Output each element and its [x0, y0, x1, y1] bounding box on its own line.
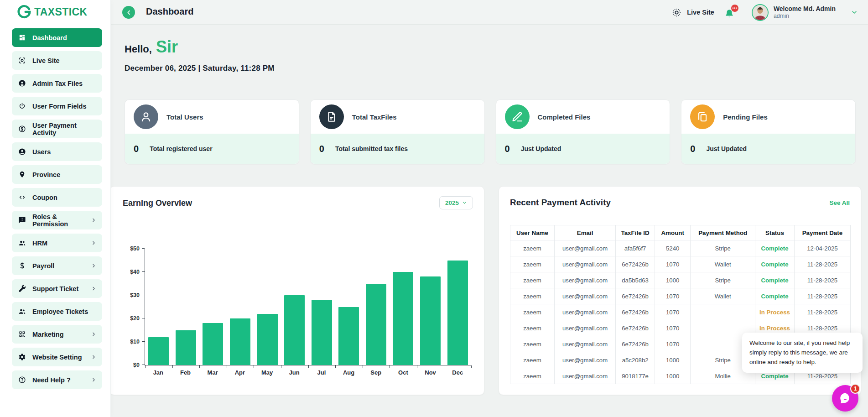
sidebar-item-payroll[interactable]: Payroll [12, 256, 102, 275]
sidebar-item-roles-permission[interactable]: Roles & Permission [12, 211, 102, 229]
table-cell-taxfile: 9018177e [616, 368, 655, 384]
datetime-text: December 06, 2025 | Saturday, 11:28 PM [125, 64, 275, 73]
sidebar-item-label: Dashboard [32, 34, 67, 42]
files-icon [690, 104, 715, 129]
sidebar-item-label: User Form Fields [32, 103, 86, 110]
chat-alert-icon [18, 216, 26, 224]
profile-menu[interactable]: Welcome Md. Admin admin [752, 4, 858, 21]
avatar [752, 4, 769, 21]
sidebar-item-label: Employee Tickets [32, 308, 88, 315]
chat-tooltip: Welcome to our site, if you need help si… [742, 333, 863, 373]
chevron-down-icon [462, 200, 467, 205]
chart-y-tick: $20 [130, 315, 140, 322]
chart-bar-jun [284, 295, 305, 365]
table-cell-user: zaeem [510, 368, 555, 384]
earning-overview-panel: Earning Overview 2025 $0$10$20$30$40$50 … [109, 186, 484, 395]
sidebar-item-support-ticket[interactable]: Support Ticket [12, 279, 102, 298]
live-site-link[interactable]: Live Site [671, 7, 714, 18]
profile-role: admin [774, 13, 836, 20]
table-cell-taxfile: 6e72426b [616, 256, 655, 272]
table-cell-method: Stripe [691, 272, 755, 288]
chat-launcher-button[interactable]: 1 [832, 385, 858, 412]
table-header-status: Status [755, 225, 795, 240]
table-row: zaeemuser@gmail.comafa5f6f75240StripeCom… [510, 240, 851, 256]
dollar-icon [18, 262, 26, 270]
table-cell-method: Wallet [691, 288, 755, 304]
see-all-link[interactable]: See All [829, 199, 850, 206]
gear-icon [18, 353, 26, 361]
sidebar-item-label: Marketing [32, 331, 64, 338]
table-cell-email: user@gmail.com [554, 336, 615, 352]
table-cell-user: zaeem [510, 288, 555, 304]
payments-title: Recent Payment Activity [510, 198, 611, 208]
top-header: Dashboard Live Site ••• Welcome Md. Admi… [111, 0, 868, 25]
table-cell-email: user@gmail.com [554, 320, 615, 336]
users-icon [18, 308, 26, 315]
notifications-button[interactable]: ••• [724, 6, 735, 18]
sidebar-item-label: HRM [32, 240, 47, 247]
table-cell-user: zaeem [510, 272, 555, 288]
notification-badge: ••• [731, 5, 738, 12]
sidebar-item-hrm[interactable]: HRM [12, 234, 102, 252]
chevron-down-icon [851, 9, 858, 16]
stat-card-total-taxfiles: Total TaxFiles 0 Total submitted tax fil… [310, 99, 485, 164]
table-row: zaeemuser@gmail.com6e72426b1070WalletCom… [510, 256, 851, 272]
sidebar-item-need-help[interactable]: Need Help ? [12, 370, 102, 389]
brand-logo[interactable]: TAXSTICK [17, 5, 88, 19]
chart-x-tick: Nov [417, 369, 444, 376]
chart-x-tick: Aug [335, 369, 363, 376]
sidebar-item-user-payment-activity[interactable]: User Payment Activity [12, 120, 102, 138]
sidebar-item-label: Website Setting [32, 354, 82, 361]
greeting: Hello,Sir [125, 37, 178, 57]
table-cell-method: Stripe [691, 240, 755, 256]
sidebar-item-employee-tickets[interactable]: Employee Tickets [12, 302, 102, 321]
chevron-left-icon [126, 10, 132, 16]
brand-name: TAXSTICK [34, 6, 88, 18]
sidebar-item-province[interactable]: Province [12, 165, 102, 184]
sidebar-item-live-site[interactable]: Live Site [12, 51, 102, 70]
chart-y-tick: $10 [130, 339, 140, 345]
table-cell-amount: 1070 [655, 320, 691, 336]
table-cell-date: 11-28-2025 [794, 288, 850, 304]
sidebar-item-user-form-fields[interactable]: User Form Fields [12, 97, 102, 115]
sidebar-item-marketing[interactable]: Marketing [12, 325, 102, 344]
sidebar-collapse-button[interactable] [122, 6, 135, 19]
table-cell-email: user@gmail.com [554, 368, 615, 384]
chart-y-tick: $30 [130, 292, 140, 298]
stat-card-total-users: Total Users 0 Total registered user [125, 99, 299, 164]
chart-y-tick: $50 [130, 245, 140, 252]
sidebar-item-coupon[interactable]: Coupon [12, 188, 102, 207]
year-select[interactable]: 2025 [439, 196, 473, 209]
table-cell-method [691, 304, 755, 320]
sidebar-item-label: Users [32, 148, 51, 156]
stat-card-subtitle: Just Updated [706, 145, 747, 152]
chart-x-tick: Feb [172, 369, 199, 376]
chart-x-tick: Sep [362, 369, 390, 376]
table-cell-status: Complete [755, 288, 795, 304]
file-icon [319, 104, 344, 129]
table-cell-email: user@gmail.com [554, 256, 615, 272]
chart-x-tick: Apr [226, 369, 254, 376]
chart-y-tick: $0 [133, 362, 140, 368]
sidebar-item-label: Coupon [32, 194, 57, 201]
chevron-right-icon [91, 217, 97, 223]
chart-bar-jan [148, 337, 169, 365]
sidebar-item-users[interactable]: Users [12, 142, 102, 161]
table-cell-taxfile: 6e72426b [616, 336, 655, 352]
chart-x-tick: Jun [281, 369, 308, 376]
chart-bar-aug [338, 307, 359, 365]
table-row: zaeemuser@gmail.com6e72426b1070In Proces… [510, 304, 851, 320]
sidebar-item-website-setting[interactable]: Website Setting [12, 348, 102, 366]
table-cell-taxfile: 6e72426b [616, 304, 655, 320]
stat-cards-row: Total Users 0 Total registered user Tota… [125, 99, 856, 164]
sidebar-item-dashboard[interactable]: Dashboard [12, 28, 102, 47]
table-cell-date: 11-28-2025 [794, 272, 850, 288]
sidebar-item-admin-tax-files[interactable]: Admin Tax Files [12, 74, 102, 93]
map-pin-icon [18, 171, 26, 178]
table-cell-taxfile: 6e72426b [616, 288, 655, 304]
table-cell-date: 11-28-2025 [794, 304, 850, 320]
table-header-payment-method: Payment Method [691, 225, 755, 240]
earning-bar-chart: $0$10$20$30$40$50 [145, 249, 471, 365]
dollar-circle-icon [18, 125, 26, 133]
table-cell-status: Complete [755, 240, 795, 256]
